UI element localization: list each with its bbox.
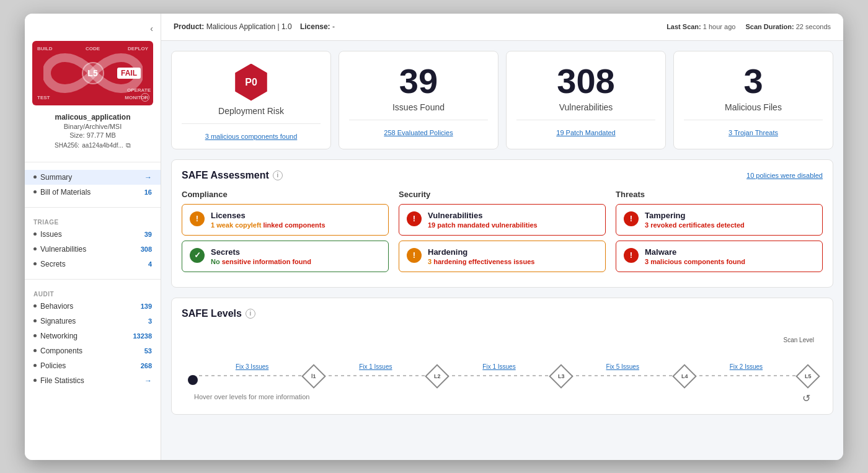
malware-text: Malware 3 malicious components found bbox=[645, 247, 745, 265]
licenses-text: Licenses 1 weak copyleft linked componen… bbox=[211, 211, 326, 229]
triage-label: TRIAGE bbox=[25, 215, 161, 227]
sidebar-item-components[interactable]: Components 53 bbox=[25, 343, 161, 358]
sidebar: ‹ L5 FAIL BUILD CODE DEPLOY TEST MONITOR… bbox=[25, 14, 161, 460]
safe-levels-card: SAFE Levels i Scan Level bbox=[171, 298, 833, 415]
sidebar-collapse-button[interactable]: ‹ bbox=[25, 24, 161, 41]
levels-reset-button[interactable]: ↺ bbox=[802, 392, 817, 404]
level-badge: L5 bbox=[82, 62, 104, 84]
threats-col-title: Threats bbox=[616, 190, 823, 199]
safe-levels-header: SAFE Levels i bbox=[182, 308, 823, 319]
assessment-item-malware: ! Malware 3 malicious components found bbox=[616, 241, 823, 272]
level-segment-l3: Fix 1 Issues L3 bbox=[446, 355, 569, 385]
level-node-l3: L3 bbox=[552, 355, 570, 385]
level-segment-l1: Fix 3 Issues l1 bbox=[199, 355, 322, 385]
app-banner: L5 FAIL BUILD CODE DEPLOY TEST MONITOR O… bbox=[32, 41, 153, 105]
sidebar-item-file-statistics[interactable]: File Statistics → bbox=[25, 373, 161, 388]
level-fix-l2[interactable]: Fix 1 Issues bbox=[359, 363, 392, 370]
sidebar-label-summary: Summary bbox=[40, 173, 72, 182]
top-bar: Product: Malicious Application | 1.0 Lic… bbox=[161, 14, 843, 41]
safe-assessment-card: SAFE Assessment i 10 policies were disab… bbox=[171, 159, 833, 288]
level-node-l2: L2 bbox=[428, 355, 446, 385]
scan-level-label: Scan Level bbox=[784, 337, 814, 343]
tampering-icon: ! bbox=[624, 211, 639, 226]
sidebar-item-issues[interactable]: Issues 39 bbox=[25, 227, 161, 242]
vulnerabilities-link[interactable]: 19 Patch Mandated bbox=[556, 129, 615, 136]
issues-label: Issues Found bbox=[392, 102, 445, 112]
safe-assessment-title: SAFE Assessment bbox=[182, 170, 269, 181]
stat-card-malicious-files: 3 Malicious Files 3 Trojan Threats bbox=[673, 51, 833, 149]
nav-arrow-summary: → bbox=[144, 173, 152, 182]
content-area: P0 Deployment Risk 3 malicious component… bbox=[161, 41, 843, 460]
sidebar-item-policies[interactable]: Policies 268 bbox=[25, 358, 161, 373]
level-segment-l4: Fix 5 Issues L4 bbox=[570, 355, 693, 385]
level-label-l4: L4 bbox=[681, 373, 688, 379]
assessment-item-tampering: ! Tampering 3 revoked certificates detec… bbox=[616, 204, 823, 236]
stat-card-vulnerabilities: 308 Vulnerabilities 19 Patch Mandated bbox=[506, 51, 666, 149]
top-bar-product: Product: Malicious Application | 1.0 Lic… bbox=[174, 22, 335, 31]
level-fix-l3[interactable]: Fix 1 Issues bbox=[482, 363, 515, 370]
level-label-l3: L3 bbox=[557, 373, 564, 379]
vulnerabilities-icon: ! bbox=[407, 211, 422, 226]
audit-label: AUDIT bbox=[25, 287, 161, 299]
sidebar-item-summary[interactable]: Summary → bbox=[25, 170, 161, 185]
stat-card-issues: 39 Issues Found 258 Evaluated Policies bbox=[339, 51, 498, 149]
safe-assessment-header: SAFE Assessment i 10 policies were disab… bbox=[182, 170, 823, 181]
copy-sha-button[interactable]: ⧉ bbox=[126, 141, 131, 149]
levels-start bbox=[188, 350, 198, 385]
level-label-l2: L2 bbox=[434, 373, 441, 379]
nav-triage: TRIAGE Issues 39 Vulnerabilities 308 Sec… bbox=[25, 213, 161, 274]
level-connector-3: Fix 1 Issues bbox=[446, 363, 552, 385]
sidebar-item-signatures[interactable]: Signatures 3 bbox=[25, 314, 161, 329]
malicious-files-link[interactable]: 3 Trojan Threats bbox=[728, 129, 778, 136]
app-type: Binary/Archive/MSI bbox=[33, 123, 152, 130]
safe-levels-info-icon[interactable]: i bbox=[246, 309, 255, 319]
level-label-l1: l1 bbox=[311, 373, 316, 379]
assessment-threats-col: Threats ! Tampering 3 revoked certificat… bbox=[616, 190, 823, 277]
secrets-text: Secrets No sensitive information found bbox=[211, 247, 311, 265]
app-sha: SHA256:aa124a4b4df... ⧉ bbox=[33, 141, 152, 149]
level-diamond-l5[interactable]: L5 bbox=[795, 364, 820, 389]
assessment-item-hardening: ! Hardening 3 hardening effectiveness is… bbox=[399, 241, 606, 272]
nav-audit: AUDIT Behaviors 139 Signatures 3 Network… bbox=[25, 285, 161, 391]
level-segment-l5: Fix 2 Issues L5 bbox=[693, 355, 817, 385]
issues-count: 39 bbox=[399, 64, 438, 99]
sidebar-item-bill-of-materials[interactable]: Bill of Materials 16 bbox=[25, 185, 161, 200]
level-fix-l4[interactable]: Fix 5 Issues bbox=[606, 363, 639, 370]
tampering-text: Tampering 3 revoked certificates detecte… bbox=[645, 211, 745, 229]
sidebar-item-secrets[interactable]: Secrets 4 bbox=[25, 257, 161, 272]
app-name: malicous_application bbox=[33, 113, 152, 122]
level-fix-l1[interactable]: Fix 3 Issues bbox=[236, 363, 268, 370]
compliance-col-title: Compliance bbox=[182, 190, 389, 199]
level-fix-l5[interactable]: Fix 2 Issues bbox=[730, 363, 763, 370]
stat-card-deployment-risk: P0 Deployment Risk 3 malicious component… bbox=[171, 51, 331, 149]
hardening-icon: ! bbox=[407, 248, 422, 263]
licenses-icon: ! bbox=[190, 211, 205, 226]
top-bar-scan-info: Last Scan: 1 hour ago Scan Duration: 22 … bbox=[666, 23, 831, 30]
nav-top: Summary → Bill of Materials 16 bbox=[25, 167, 161, 202]
issues-link[interactable]: 258 Evaluated Policies bbox=[384, 129, 453, 136]
vulnerabilities-assessment-text: Vulnerabilities 19 patch mandated vulner… bbox=[428, 211, 538, 229]
p0-badge: P0 bbox=[232, 64, 270, 101]
level-connector-4: Fix 5 Issues bbox=[570, 363, 676, 385]
vulnerabilities-label: Vulnerabilities bbox=[559, 102, 613, 112]
stats-row: P0 Deployment Risk 3 malicious component… bbox=[171, 51, 833, 149]
sidebar-item-vulnerabilities[interactable]: Vulnerabilities 308 bbox=[25, 242, 161, 257]
level-node-l1: l1 bbox=[305, 355, 322, 385]
assessment-security-col: Security ! Vulnerabilities 19 patch mand… bbox=[399, 190, 606, 277]
level-connector-2: Fix 1 Issues bbox=[322, 363, 428, 385]
fail-badge: FAIL bbox=[117, 68, 141, 79]
level-node-l5: L5 bbox=[799, 355, 817, 385]
malicious-files-label: Malicious Files bbox=[725, 102, 782, 112]
safe-assessment-info-icon[interactable]: i bbox=[273, 170, 283, 180]
levels-items: Fix 3 Issues l1 bbox=[188, 350, 817, 385]
sidebar-label-bom: Bill of Materials bbox=[40, 188, 91, 197]
sidebar-item-behaviors[interactable]: Behaviors 139 bbox=[25, 299, 161, 314]
nav-dot-bom bbox=[33, 190, 37, 193]
deployment-risk-link[interactable]: 3 malicious components found bbox=[205, 133, 298, 140]
sidebar-item-networking[interactable]: Networking 13238 bbox=[25, 329, 161, 343]
assessment-item-licenses: ! Licenses 1 weak copyleft linked compon… bbox=[182, 204, 389, 236]
start-dot bbox=[188, 375, 198, 385]
disabled-policies-link[interactable]: 10 policies were disabled bbox=[746, 172, 823, 179]
level-node-l4: L4 bbox=[676, 355, 693, 385]
app-size: Size: 97.77 MB bbox=[33, 131, 152, 139]
